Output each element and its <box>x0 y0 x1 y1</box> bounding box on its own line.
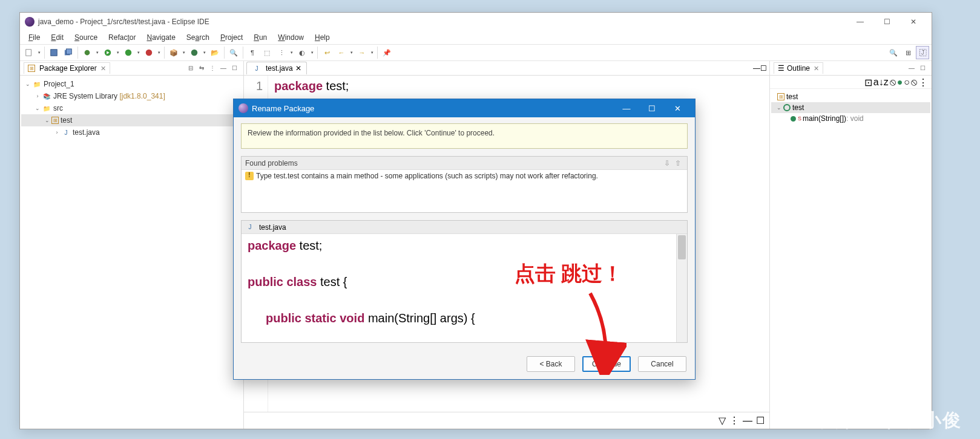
java-perspective-icon[interactable]: 🇯 <box>916 46 929 59</box>
hide-non-public-icon[interactable]: ○ <box>904 77 910 87</box>
outline-tree[interactable]: ⊞ test ⌄ test S main(String[]) : void <box>770 89 932 126</box>
menu-navigate[interactable]: Navigate <box>142 32 180 43</box>
hide-local-icon[interactable]: ⦸ <box>911 77 917 87</box>
view-menu-icon[interactable]: ⋮ <box>729 415 739 426</box>
search-icon[interactable]: 🔍 <box>227 46 240 59</box>
tree-jre[interactable]: ›📚 JRE System Library [jdk1.8.0_341] <box>21 90 242 102</box>
maximize-icon[interactable]: ☐ <box>760 64 767 73</box>
outline-icon: ☰ <box>778 64 784 73</box>
maximize-icon[interactable]: ☐ <box>229 63 240 74</box>
tree-src[interactable]: ⌄📁 src <box>21 102 242 114</box>
menubar: File Edit Source Refactor Navigate Searc… <box>20 31 932 44</box>
tree-package[interactable]: ⌄⊞ test <box>21 114 242 126</box>
new-icon[interactable] <box>22 46 36 59</box>
menu-edit[interactable]: Edit <box>46 32 68 43</box>
close-button[interactable]: ✕ <box>900 13 927 30</box>
save-icon[interactable] <box>47 46 61 59</box>
editor-tab[interactable]: J test.java ✕ <box>246 62 307 74</box>
dialog-buttons: < Back Continue Cancel <box>234 349 695 379</box>
found-problems-label: Found problems <box>245 159 298 167</box>
maximize-button[interactable]: ☐ <box>873 13 900 30</box>
save-all-icon[interactable] <box>62 46 75 59</box>
run-icon[interactable] <box>101 46 114 59</box>
minimize-icon[interactable]: — <box>218 63 229 74</box>
dialog-maximize-button[interactable]: ☐ <box>639 99 665 117</box>
dialog-close-button[interactable]: ✕ <box>665 99 690 117</box>
menu-search[interactable]: Search <box>182 32 214 43</box>
outline-method[interactable]: S main(String[]) : void <box>771 113 930 124</box>
back-icon[interactable]: ← <box>335 46 348 59</box>
last-edit-icon[interactable]: ↩ <box>320 46 334 59</box>
package-explorer-tab: ⊞ Package Explorer ✕ ⊟ ⇆ ⋮ — ☐ <box>20 61 243 76</box>
close-icon[interactable]: ✕ <box>100 65 106 73</box>
tree-java-file[interactable]: ›J test.java <box>21 126 242 138</box>
cancel-button[interactable]: Cancel <box>638 356 686 372</box>
minimize-icon[interactable]: — <box>906 63 917 74</box>
next-problem-icon[interactable]: ⇩ <box>662 159 673 167</box>
collapse-all-icon[interactable]: ⊟ <box>185 63 196 74</box>
menu-source[interactable]: Source <box>70 32 102 43</box>
minimize-icon[interactable]: — <box>743 415 752 426</box>
debug-icon[interactable] <box>81 46 94 59</box>
method-icon <box>791 116 796 122</box>
svg-point-7 <box>146 50 153 56</box>
new-class-icon[interactable] <box>188 46 201 59</box>
pin-icon[interactable]: 📌 <box>380 46 393 59</box>
toolbar: ▾ ▾ ▾ ▾ ▾ 📦▾ ▾ 📂 🔍 ¶ ⬚ ⋮▾ ◐▾ ↩ ←▾ →▾ 📌 🔍… <box>20 44 932 61</box>
coverage-icon[interactable] <box>122 46 135 59</box>
open-perspective-icon[interactable]: ⊞ <box>901 46 915 59</box>
view-menu-icon[interactable]: ⋮ <box>207 63 218 74</box>
svg-rect-0 <box>26 50 31 56</box>
package-icon: ⊞ <box>777 93 784 100</box>
outline-package[interactable]: ⊞ test <box>771 91 930 102</box>
problems-list[interactable]: Type test.test contains a main method - … <box>242 170 687 212</box>
prev-problem-icon[interactable]: ⇧ <box>673 159 683 167</box>
annotation-icon[interactable]: ◐ <box>295 46 309 59</box>
hide-fields-icon[interactable]: ⦸ <box>890 77 896 87</box>
package-explorer-tree[interactable]: ⌄📁 Project_1 ›📚 JRE System Library [jdk1… <box>20 76 243 141</box>
show-whitespace-icon[interactable]: ⋮ <box>275 46 288 59</box>
quick-access-icon[interactable]: 🔍 <box>887 46 900 59</box>
menu-run[interactable]: Run <box>249 32 272 43</box>
close-icon[interactable]: ✕ <box>814 65 819 73</box>
preview-code[interactable]: package test; public class test { public… <box>242 234 687 342</box>
hide-static-icon[interactable]: ● <box>897 77 903 87</box>
svg-rect-1 <box>51 50 58 56</box>
minimize-button[interactable]: — <box>847 13 873 30</box>
menu-refactor[interactable]: Refactor <box>104 32 140 43</box>
back-button[interactable]: < Back <box>527 356 575 372</box>
open-type-icon[interactable]: 📂 <box>208 46 222 59</box>
window-title: java_demo - Project_1/src/test/test.java… <box>38 18 209 26</box>
close-tab-icon[interactable]: ✕ <box>295 64 301 73</box>
maximize-icon[interactable]: ☐ <box>756 415 765 426</box>
menu-help[interactable]: Help <box>310 32 335 43</box>
editor-tabs: J test.java ✕ — ☐ <box>244 61 769 76</box>
titlebar: java_demo - Project_1/src/test/test.java… <box>20 13 932 31</box>
tree-project[interactable]: ⌄📁 Project_1 <box>21 78 242 90</box>
ext-tools-icon[interactable] <box>142 46 156 59</box>
new-pkg-icon[interactable]: 📦 <box>167 46 180 59</box>
eclipse-icon <box>238 103 248 113</box>
minimize-icon[interactable]: — <box>753 64 760 73</box>
menu-project[interactable]: Project <box>215 32 248 43</box>
continue-button[interactable]: Continue <box>582 356 631 372</box>
link-editor-icon[interactable]: ⇆ <box>196 63 207 74</box>
svg-rect-3 <box>67 49 72 54</box>
forward-icon[interactable]: → <box>355 46 369 59</box>
menu-file[interactable]: File <box>24 32 45 43</box>
outline-class[interactable]: ⌄ test <box>771 102 930 113</box>
found-problems-section: Found problems ⇩ ⇧ Type test.test contai… <box>241 156 688 213</box>
dialog-minimize-button[interactable]: — <box>614 99 639 117</box>
rename-package-dialog: Rename Package — ☐ ✕ Review the informat… <box>233 99 696 380</box>
java-file-icon: J <box>252 63 261 73</box>
filter-icon[interactable]: ▽ <box>719 415 726 426</box>
view-menu-icon[interactable]: ⋮ <box>918 77 928 87</box>
static-marker: S <box>798 115 801 122</box>
preview-scrollbar[interactable] <box>676 234 687 342</box>
sort-icon[interactable]: a↓z <box>873 77 889 87</box>
block-sel-icon[interactable]: ⬚ <box>260 46 274 59</box>
focus-icon[interactable]: ⊡ <box>864 77 872 87</box>
menu-window[interactable]: Window <box>273 32 309 43</box>
maximize-icon[interactable]: ☐ <box>917 63 928 74</box>
toggle-mark-icon[interactable]: ¶ <box>246 46 259 59</box>
